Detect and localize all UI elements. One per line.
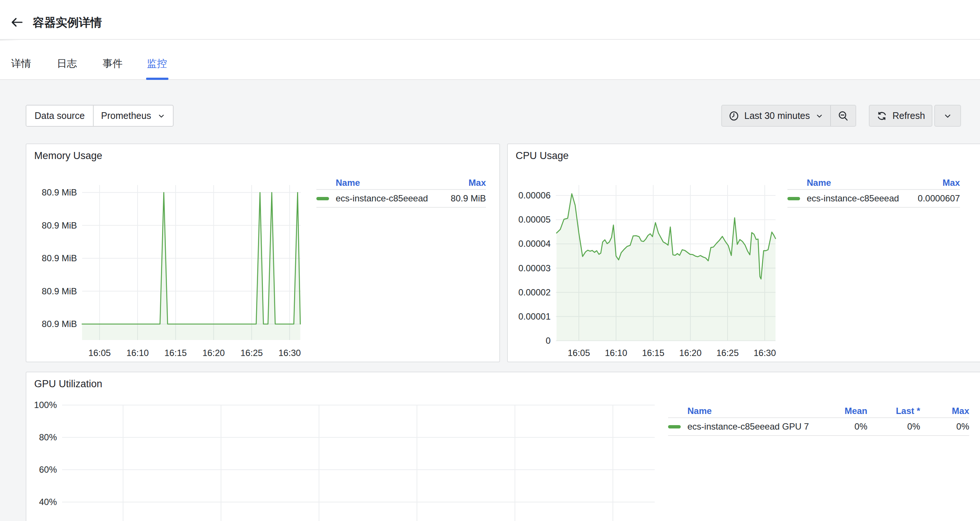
tab-logs[interactable]: 日志 bbox=[57, 57, 77, 70]
legend-max-header[interactable]: Max bbox=[908, 178, 960, 188]
series-max-value: 0% bbox=[920, 421, 969, 432]
series-max-value: 0.0000607 bbox=[908, 193, 960, 203]
arrow-left-icon bbox=[10, 16, 24, 29]
datasource-value: Prometheus bbox=[101, 110, 151, 121]
svg-text:16:15: 16:15 bbox=[642, 348, 664, 358]
tab-details[interactable]: 详情 bbox=[11, 57, 31, 70]
legend-name-header[interactable]: Name bbox=[687, 406, 815, 416]
legend-name-header[interactable]: Name bbox=[807, 178, 908, 188]
datasource-picker: Data source Prometheus bbox=[25, 105, 173, 127]
svg-text:16:05: 16:05 bbox=[89, 348, 111, 358]
chevron-down-icon bbox=[815, 112, 824, 120]
svg-text:16:10: 16:10 bbox=[126, 348, 149, 358]
legend-max-header[interactable]: Max bbox=[920, 406, 969, 416]
legend-header: Name Max bbox=[317, 176, 486, 190]
svg-text:0.00004: 0.00004 bbox=[518, 238, 550, 249]
cpu-legend: Name Max ecs-instance-c85eeead 0.0000607 bbox=[788, 176, 960, 208]
series-name: ecs-instance-c85eeead GPU 7 bbox=[687, 421, 815, 432]
series-mean-value: 0% bbox=[815, 421, 867, 432]
cpu-usage-chart[interactable]: 0.000060.000050.000040.000030.000020.000… bbox=[508, 144, 791, 362]
svg-text:0.00001: 0.00001 bbox=[518, 311, 550, 321]
memory-usage-chart[interactable]: 80.9 MiB80.9 MiB80.9 MiB80.9 MiB80.9 MiB… bbox=[26, 144, 309, 362]
page-title: 容器实例详情 bbox=[33, 15, 102, 30]
refresh-button[interactable]: Refresh bbox=[869, 105, 933, 127]
series-color-swatch bbox=[668, 425, 681, 429]
container-instance-detail-page: 容器实例详情 详情 日志 事件 监控 Data source Prometheu… bbox=[0, 0, 980, 521]
svg-text:16:10: 16:10 bbox=[605, 348, 627, 358]
svg-text:16:20: 16:20 bbox=[679, 348, 702, 358]
svg-text:0.00005: 0.00005 bbox=[518, 214, 550, 224]
magnifier-minus-icon bbox=[838, 110, 849, 122]
svg-text:16:30: 16:30 bbox=[754, 348, 776, 358]
series-last-value: 0% bbox=[867, 421, 920, 432]
gpu-utilization-chart[interactable]: 100%80%60%40% bbox=[26, 372, 677, 521]
chevron-down-icon bbox=[157, 112, 165, 120]
back-button[interactable] bbox=[10, 16, 24, 29]
svg-text:80.9 MiB: 80.9 MiB bbox=[41, 286, 77, 296]
svg-text:0.00002: 0.00002 bbox=[518, 287, 550, 297]
svg-text:80.9 MiB: 80.9 MiB bbox=[41, 187, 77, 197]
datasource-select[interactable]: Prometheus bbox=[94, 106, 173, 126]
svg-text:16:20: 16:20 bbox=[203, 348, 225, 358]
cpu-usage-panel: CPU Usage 0.000060.000050.000040.000030.… bbox=[507, 143, 980, 362]
zoom-out-button[interactable] bbox=[830, 106, 856, 126]
tab-bar: 详情 日志 事件 监控 bbox=[0, 41, 980, 80]
memory-usage-panel: Memory Usage 80.9 MiB80.9 MiB80.9 MiB80.… bbox=[25, 143, 500, 362]
datasource-label: Data source bbox=[26, 106, 94, 126]
gpu-utilization-panel: GPU Utilization 100%80%60%40% Name Mean … bbox=[25, 372, 980, 521]
legend-row[interactable]: ecs-instance-c85eeead GPU 7 0% 0% 0% bbox=[668, 418, 969, 436]
svg-text:16:15: 16:15 bbox=[164, 348, 187, 358]
legend-mean-header[interactable]: Mean bbox=[815, 406, 867, 416]
svg-text:0.00006: 0.00006 bbox=[518, 190, 550, 200]
svg-text:80.9 MiB: 80.9 MiB bbox=[41, 220, 77, 230]
time-picker-group: Last 30 minutes bbox=[721, 105, 856, 127]
legend-row[interactable]: ecs-instance-c85eeead 80.9 MiB bbox=[317, 190, 486, 208]
time-controls: Last 30 minutes bbox=[721, 105, 961, 127]
svg-text:100%: 100% bbox=[34, 400, 57, 410]
svg-text:16:25: 16:25 bbox=[716, 348, 739, 358]
tab-monitoring[interactable]: 监控 bbox=[147, 57, 167, 70]
svg-text:80.9 MiB: 80.9 MiB bbox=[41, 319, 77, 329]
svg-text:0.00003: 0.00003 bbox=[518, 263, 550, 273]
legend-header: Name Max bbox=[788, 176, 960, 190]
page-header: 容器实例详情 bbox=[0, 0, 980, 40]
clock-icon bbox=[729, 111, 739, 121]
svg-text:80.9 MiB: 80.9 MiB bbox=[41, 253, 77, 263]
series-name: ecs-instance-c85eeead bbox=[807, 193, 908, 203]
series-name: ecs-instance-c85eeead bbox=[336, 193, 434, 203]
svg-text:60%: 60% bbox=[39, 464, 57, 475]
svg-text:16:05: 16:05 bbox=[568, 348, 590, 358]
refresh-interval-button[interactable] bbox=[934, 105, 961, 127]
sync-icon bbox=[876, 110, 888, 122]
refresh-label: Refresh bbox=[892, 110, 925, 121]
svg-text:40%: 40% bbox=[39, 497, 57, 507]
memory-legend: Name Max ecs-instance-c85eeead 80.9 MiB bbox=[317, 176, 486, 208]
chevron-down-icon bbox=[943, 111, 952, 121]
series-color-swatch bbox=[788, 197, 800, 200]
legend-row[interactable]: ecs-instance-c85eeead 0.0000607 bbox=[788, 190, 960, 208]
tab-events[interactable]: 事件 bbox=[103, 57, 123, 70]
legend-last-header[interactable]: Last * bbox=[867, 406, 920, 416]
legend-name-header[interactable]: Name bbox=[336, 178, 434, 188]
svg-text:16:30: 16:30 bbox=[278, 348, 301, 358]
svg-text:0: 0 bbox=[546, 335, 550, 346]
legend-header: Name Mean Last * Max bbox=[668, 404, 969, 418]
spacer bbox=[856, 105, 869, 127]
svg-text:80%: 80% bbox=[39, 432, 57, 442]
series-color-swatch bbox=[317, 197, 329, 200]
time-range-button[interactable]: Last 30 minutes bbox=[722, 106, 830, 126]
svg-text:16:25: 16:25 bbox=[240, 348, 263, 358]
series-max-value: 80.9 MiB bbox=[434, 193, 486, 203]
legend-max-header[interactable]: Max bbox=[434, 178, 486, 188]
gpu-legend: Name Mean Last * Max ecs-instance-c85eee… bbox=[668, 404, 969, 436]
time-range-label: Last 30 minutes bbox=[744, 110, 810, 121]
